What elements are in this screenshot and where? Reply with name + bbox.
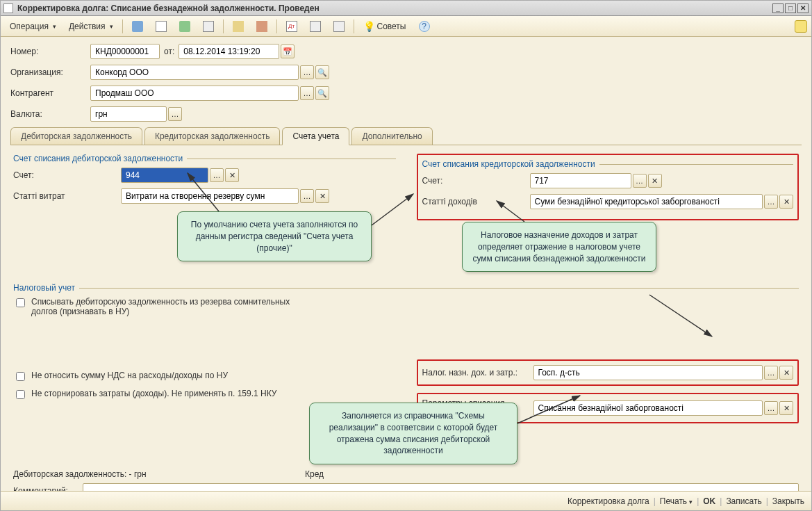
callout-1: По умолчанию счета учета заполняются по …	[177, 211, 372, 261]
credit-section-title: Счет списания кредиторской задолженности	[422, 159, 794, 169]
debit-expense-label: Статті витрат	[13, 191, 121, 201]
window-title: Корректировка долга: Списание безнадежно…	[17, 3, 772, 13]
callout-3: Заполняется из справочника "Схемы реализ…	[309, 403, 517, 464]
credit-status: Кред	[305, 469, 324, 479]
tab-additional[interactable]: Дополнительно	[351, 127, 432, 145]
footer-save[interactable]: Записать	[726, 496, 761, 506]
window-icon	[3, 3, 13, 13]
tb-icon-5[interactable]	[228, 18, 249, 35]
toolbar: Операция Действия Дт 💡 Советы ?	[1, 16, 811, 37]
debit-expense-input[interactable]	[121, 188, 299, 204]
corner-tip-icon[interactable]	[795, 20, 807, 33]
tb-icon-1[interactable]	[127, 18, 148, 35]
actions-menu[interactable]: Действия	[64, 19, 118, 34]
footer-print[interactable]: Печать	[660, 496, 693, 506]
contr-input[interactable]	[90, 86, 299, 101]
footer-ok[interactable]: OK	[703, 496, 715, 506]
app-window: Корректировка долга: Списание безнадежно…	[0, 0, 812, 511]
content-area: Номер: от: 📅 Организация: … 🔍 Контрагент…	[1, 37, 811, 491]
debit-account-ellipsis[interactable]: …	[210, 168, 224, 182]
debit-section-title: Счет списания дебиторской задолженности	[13, 154, 396, 163]
footer-close[interactable]: Закрыть	[772, 496, 804, 506]
minimize-button[interactable]: _	[772, 3, 784, 13]
tips-button[interactable]: 💡 Советы	[358, 18, 411, 35]
credit-income-input[interactable]	[530, 194, 763, 209]
tb-icon-9[interactable]	[329, 18, 349, 35]
contr-search-icon[interactable]: 🔍	[315, 86, 329, 100]
tb-icon-7[interactable]: Дт	[281, 18, 302, 35]
tax-assign-ellipsis[interactable]: …	[764, 366, 778, 380]
tax-cb2-label: Не относить сумму НДС на расходы/доходы …	[31, 371, 228, 380]
credit-income-label: Статті доходів	[422, 197, 530, 206]
tax-cb1[interactable]	[16, 298, 25, 307]
debit-account-clear[interactable]: ✕	[225, 168, 239, 182]
credit-account-ellipsis[interactable]: …	[633, 174, 647, 188]
currency-label: Валюта:	[10, 109, 90, 119]
tax-assign-input[interactable]	[533, 365, 763, 380]
titlebar: Корректировка долга: Списание безнадежно…	[1, 1, 811, 16]
tb-icon-2[interactable]	[151, 18, 172, 35]
tax-params-ellipsis[interactable]: …	[764, 401, 778, 415]
org-label: Организация:	[10, 67, 90, 77]
tax-cb2[interactable]	[16, 372, 25, 381]
debit-status: Дебиторская задолженность: - грн	[13, 469, 305, 479]
tax-params-clear[interactable]: ✕	[779, 401, 793, 415]
close-button[interactable]: ✕	[797, 3, 809, 13]
tab-debit[interactable]: Дебиторская задолженность	[10, 127, 142, 145]
tax-section-title: Налоговый учет	[13, 283, 799, 293]
org-input[interactable]	[90, 65, 299, 80]
tax-cb3-label: Не сторнировать затраты (доходы). Не при…	[31, 389, 276, 398]
footer-main[interactable]: Корректировка долга	[567, 496, 649, 506]
lightbulb-icon: 💡	[363, 21, 375, 32]
number-input[interactable]	[90, 44, 160, 59]
credit-income-ellipsis[interactable]: …	[764, 195, 778, 209]
debit-expense-clear[interactable]: ✕	[315, 189, 329, 203]
tax-cb1-label: Списывать дебиторскую задолженность из р…	[31, 297, 295, 316]
comment-input[interactable]	[83, 483, 799, 491]
tb-icon-8[interactable]	[305, 18, 326, 35]
footer: Корректировка долга | Печать | OK | Запи…	[1, 491, 811, 510]
from-label: от:	[164, 47, 174, 56]
tax-assign-frame: Налог. назн. дох. и затр.: … ✕	[417, 359, 799, 386]
credit-red-frame: Счет списания кредиторской задолженности…	[417, 154, 799, 220]
currency-input[interactable]	[90, 106, 167, 122]
tax-assign-label: Налог. назн. дох. и затр.:	[422, 368, 533, 378]
currency-ellipsis-button[interactable]: …	[168, 107, 182, 121]
contr-ellipsis-button[interactable]: …	[300, 86, 314, 100]
date-input[interactable]	[179, 44, 279, 59]
tab-body: Счет списания дебиторской задолженности …	[10, 145, 802, 491]
org-search-icon[interactable]: 🔍	[315, 65, 329, 79]
credit-account-clear[interactable]: ✕	[648, 174, 662, 188]
number-label: Номер:	[10, 47, 90, 56]
org-ellipsis-button[interactable]: …	[300, 65, 314, 79]
contr-label: Контрагент	[10, 88, 90, 98]
tax-cb3[interactable]	[16, 390, 25, 399]
tax-assign-clear[interactable]: ✕	[779, 366, 793, 380]
tax-params-input[interactable]	[533, 400, 763, 416]
debit-expense-ellipsis[interactable]: …	[300, 189, 314, 203]
tb-icon-6[interactable]	[251, 18, 272, 35]
comment-label: Комментарий:	[13, 486, 83, 491]
operation-menu[interactable]: Операция	[5, 19, 61, 34]
debit-account-input[interactable]	[121, 168, 208, 183]
maximize-button[interactable]: □	[785, 3, 796, 13]
help-button[interactable]: ?	[414, 18, 435, 35]
tb-icon-4[interactable]	[198, 18, 219, 35]
calendar-icon[interactable]: 📅	[281, 44, 295, 58]
tb-icon-3[interactable]	[174, 18, 195, 35]
credit-account-input[interactable]	[530, 173, 631, 188]
tab-credit[interactable]: Кредиторская задолженность	[144, 127, 280, 145]
tabs: Дебиторская задолженность Кредиторская з…	[10, 127, 802, 145]
callout-2: Налоговое назначение доходов и затрат оп…	[462, 222, 656, 272]
debit-account-label: Счет:	[13, 170, 121, 180]
tab-accounts[interactable]: Счета учета	[282, 127, 349, 145]
credit-account-label: Счет:	[422, 176, 530, 186]
credit-income-clear[interactable]: ✕	[779, 195, 793, 209]
